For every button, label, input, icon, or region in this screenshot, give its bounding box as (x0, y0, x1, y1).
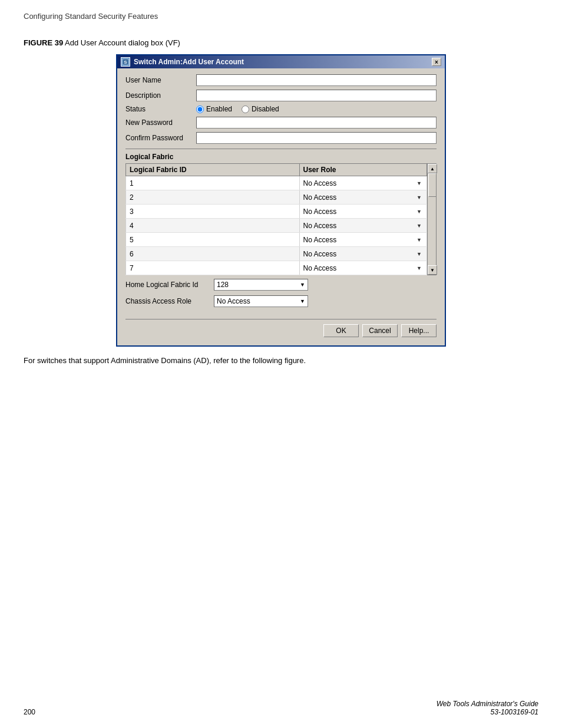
role-dropdown[interactable]: No Access▼ (303, 193, 423, 202)
caption-bottom: For switches that support Administrative… (24, 356, 538, 365)
role-dropdown[interactable]: No Access▼ (303, 179, 423, 187)
role-value: No Access (303, 264, 337, 272)
role-dropdown-arrow: ▼ (416, 237, 422, 243)
footer-right: Web Tools Administrator's Guide 53-10031… (437, 700, 538, 716)
col-header-id: Logical Fabric ID (126, 164, 300, 176)
enabled-label: Enabled (206, 105, 232, 113)
new-password-label: New Password (125, 118, 196, 127)
table-row: 1No Access▼ (126, 176, 427, 190)
table-row: 7No Access▼ (126, 261, 427, 275)
disabled-radio[interactable] (242, 106, 249, 113)
dialog-title: Switch Admin:Add User Account (134, 58, 244, 66)
chassis-access-value: No Access (217, 297, 250, 305)
table-row: 3No Access▼ (126, 205, 427, 219)
description-label: Description (125, 91, 196, 100)
role-dropdown[interactable]: No Access▼ (303, 264, 423, 272)
new-password-row: New Password (125, 117, 437, 129)
footer-page: 200 (24, 708, 35, 716)
table-cell-id: 5 (126, 233, 300, 247)
header-text: Configuring Standard Security Features (24, 12, 158, 21)
user-name-input[interactable] (196, 74, 437, 86)
table-cell-role[interactable]: No Access▼ (299, 190, 427, 205)
role-dropdown[interactable]: No Access▼ (303, 250, 423, 258)
description-row: Description (125, 90, 437, 101)
role-dropdown-arrow: ▼ (416, 209, 422, 215)
table-row: 6No Access▼ (126, 247, 427, 261)
ok-button[interactable]: OK (323, 324, 359, 337)
table-cell-id: 4 (126, 219, 300, 233)
table-cell-id: 1 (126, 176, 300, 190)
role-value: No Access (303, 207, 337, 216)
user-name-row: User Name (125, 74, 437, 86)
home-logical-dropdown[interactable]: 128 ▼ (214, 279, 308, 291)
role-value: No Access (303, 222, 337, 230)
confirm-password-row: Confirm Password (125, 132, 437, 144)
scroll-down-button[interactable]: ▼ (428, 265, 437, 275)
disabled-option[interactable]: Disabled (242, 105, 279, 113)
figure-caption: FIGURE 39 Add User Account dialog box (V… (24, 38, 538, 47)
dialog-titlebar: S Switch Admin:Add User Account × (117, 55, 445, 68)
role-dropdown[interactable]: No Access▼ (303, 222, 423, 230)
chassis-access-row: Chassis Access Role No Access ▼ (125, 295, 437, 307)
footer-subtitle: 53-1003169-01 (437, 708, 538, 716)
scrollbar[interactable]: ▲ ▼ (427, 163, 437, 275)
home-logical-value: 128 (217, 281, 229, 289)
dialog-window: S Switch Admin:Add User Account × User N… (116, 54, 446, 347)
chassis-access-dropdown[interactable]: No Access ▼ (214, 295, 308, 307)
col-header-role: User Role (299, 164, 427, 176)
disabled-label: Disabled (252, 105, 279, 113)
page-footer: 200 Web Tools Administrator's Guide 53-1… (24, 700, 538, 716)
table-cell-role[interactable]: No Access▼ (299, 233, 427, 247)
page-content: FIGURE 39 Add User Account dialog box (V… (0, 27, 562, 377)
logical-fabric-table: Logical Fabric ID User Role 1No Access▼2… (125, 163, 427, 275)
table-cell-role[interactable]: No Access▼ (299, 247, 427, 261)
confirm-password-input[interactable] (196, 132, 437, 144)
table-row: 4No Access▼ (126, 219, 427, 233)
table-row: 5No Access▼ (126, 233, 427, 247)
role-value: No Access (303, 179, 337, 187)
scroll-thumb[interactable] (428, 173, 437, 197)
user-name-label: User Name (125, 76, 196, 84)
dialog-icon: S (121, 57, 130, 67)
home-logical-label: Home Logical Fabric Id (125, 281, 214, 289)
home-logical-row: Home Logical Fabric Id 128 ▼ (125, 279, 437, 291)
role-dropdown-arrow: ▼ (416, 251, 422, 257)
chassis-access-dropdown-arrow: ▼ (300, 298, 305, 304)
status-label: Status (125, 105, 196, 113)
close-button[interactable]: × (432, 58, 441, 66)
dialog-body: User Name Description Status Enabled (117, 68, 445, 345)
table-cell-role[interactable]: No Access▼ (299, 176, 427, 190)
table-cell-role[interactable]: No Access▼ (299, 205, 427, 219)
role-dropdown-arrow: ▼ (416, 265, 422, 271)
logical-fabric-table-inner: Logical Fabric ID User Role 1No Access▼2… (125, 163, 427, 275)
figure-caption-text: Add User Account dialog box (VF) (63, 38, 180, 47)
role-dropdown[interactable]: No Access▼ (303, 207, 423, 216)
figure-caption-bold: FIGURE 39 (24, 38, 63, 47)
scroll-up-button[interactable]: ▲ (428, 164, 437, 173)
footer-title: Web Tools Administrator's Guide (437, 700, 538, 708)
role-value: No Access (303, 193, 337, 202)
status-radio-group: Enabled Disabled (196, 105, 279, 113)
logical-fabric-header: Logical Fabric (125, 153, 437, 161)
help-button[interactable]: Help... (401, 324, 437, 337)
section-divider (125, 149, 437, 149)
enabled-radio[interactable] (196, 106, 204, 113)
status-row: Status Enabled Disabled (125, 105, 437, 113)
table-cell-role[interactable]: No Access▼ (299, 219, 427, 233)
bottom-section: Home Logical Fabric Id 128 ▼ Chassis Acc… (125, 275, 437, 315)
home-logical-dropdown-arrow: ▼ (300, 282, 305, 288)
table-cell-id: 7 (126, 261, 300, 275)
new-password-input[interactable] (196, 117, 437, 129)
role-dropdown-arrow: ▼ (416, 223, 422, 229)
role-dropdown-arrow: ▼ (416, 180, 422, 186)
chassis-access-label: Chassis Access Role (125, 297, 214, 305)
confirm-password-label: Confirm Password (125, 134, 196, 142)
role-value: No Access (303, 236, 337, 244)
enabled-option[interactable]: Enabled (196, 105, 232, 113)
table-cell-role[interactable]: No Access▼ (299, 261, 427, 275)
svg-text:S: S (124, 60, 127, 65)
role-dropdown[interactable]: No Access▼ (303, 236, 423, 244)
description-input[interactable] (196, 90, 437, 101)
cancel-button[interactable]: Cancel (362, 324, 398, 337)
table-cell-id: 6 (126, 247, 300, 261)
